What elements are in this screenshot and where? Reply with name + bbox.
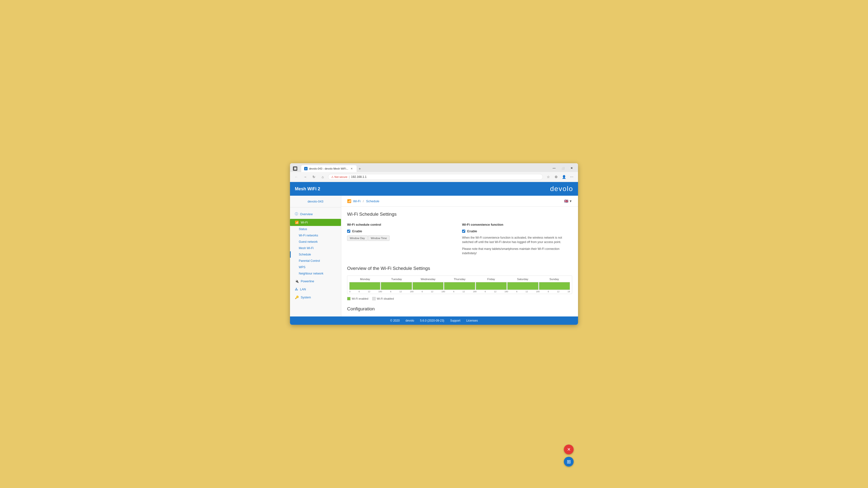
convenience-title: Wi-Fi convenience function — [462, 223, 572, 226]
chart-col-saturday — [507, 282, 538, 290]
tab-close-button[interactable]: ✕ — [350, 167, 354, 170]
security-badge: ⚠ Not secure — [331, 175, 347, 178]
sidebar-item-mesh-wifi[interactable]: Mesh Wi-Fi — [290, 245, 341, 251]
footer-company: devolo — [405, 319, 414, 322]
powerline-icon: 🔌 — [295, 280, 299, 283]
bookmarks-button[interactable]: ☆ — [545, 173, 552, 180]
enable-convenience-checkbox[interactable] — [462, 230, 465, 233]
ticks-tuesday: 061218 — [381, 290, 412, 293]
enable-schedule-row: Enable — [347, 229, 457, 233]
sidebar-item-status[interactable]: Status — [290, 226, 341, 232]
sidebar-item-schedule[interactable]: Schedule — [290, 251, 341, 258]
extensions-button[interactable]: ⚙ — [553, 173, 559, 180]
browser-window-controls: ⬜ — [293, 166, 297, 171]
window-time-button[interactable]: Window Time — [368, 235, 390, 241]
sidebar-item-lan[interactable]: 🖧 LAN — [290, 286, 341, 293]
breadcrumb-wifi[interactable]: Wi-Fi — [353, 199, 361, 203]
overview-icon: ⓘ — [295, 212, 298, 216]
app-footer: © 2020 devolo 5.6.0 (2020-09-23) Support… — [290, 317, 578, 325]
sidebar-item-powerline[interactable]: 🔌 Powerline — [290, 278, 341, 285]
footer-version: 5.6.0 (2020-09-23) — [420, 319, 444, 322]
enable-convenience-row: Enable — [462, 229, 572, 233]
chart-col-sunday — [539, 282, 570, 290]
device-name: devolo-043 — [290, 200, 341, 207]
chart-day-labels: Monday Tuesday Wednesday Thursday Friday… — [347, 278, 572, 282]
overview-title: Overview of the Wi-Fi Schedule Settings — [347, 266, 572, 271]
address-bar[interactable]: ⚠ Not secure | 192.168.1.1 — [328, 174, 543, 180]
new-tab-button[interactable]: + — [356, 166, 363, 172]
chart-day-friday: Friday — [475, 278, 507, 281]
flag-icon: 🇬🇧 — [564, 199, 568, 203]
schedule-control-title: Wi-Fi schedule control — [347, 223, 457, 226]
convenience-info-2: Please note that many tablets/smartphone… — [462, 247, 572, 256]
legend-disabled-box — [372, 297, 376, 300]
breadcrumb: 📶 Wi-Fi / Schedule 🇬🇧 ▼ — [341, 196, 578, 207]
schedule-control-panel: Wi-Fi schedule control Enable Window Day… — [347, 223, 457, 258]
tab-bar: d devolo-043 - devolo Mesh WiFi... ✕ + — [301, 165, 549, 172]
close-button[interactable]: ✕ — [568, 165, 575, 171]
home-button[interactable]: ⌂ — [319, 173, 326, 180]
sidebar-item-wifi[interactable]: 📶 Wi-Fi — [290, 219, 341, 226]
active-tab[interactable]: d devolo-043 - devolo Mesh WiFi... ✕ — [301, 165, 356, 172]
ticks-monday: 061218 — [349, 290, 381, 293]
back-button[interactable]: ← — [293, 173, 300, 180]
refresh-button[interactable]: ↻ — [310, 173, 317, 180]
chart-day-tuesday: Tuesday — [381, 278, 412, 281]
window-btn-group: Window Day Window Time — [347, 235, 457, 241]
breadcrumb-current: Schedule — [366, 199, 379, 203]
chart-col-monday — [349, 282, 380, 290]
app-container: Mesh WiFi 2 devolo devolo-043 ⓘ Overview… — [290, 182, 578, 325]
enable-schedule-checkbox[interactable] — [347, 230, 350, 233]
chart-day-saturday: Saturday — [507, 278, 538, 281]
ticks-thursday: 061218 — [444, 290, 475, 293]
ticks-saturday: 061218 — [507, 290, 538, 293]
language-selector[interactable]: 🇬🇧 ▼ — [564, 199, 572, 203]
nav-section-wifi: 📶 Wi-Fi Status Wi-Fi networks Guest netw… — [290, 219, 341, 277]
chart-legend: Wi-Fi enabled Wi-Fi disabled — [347, 297, 572, 300]
ticks-wednesday: 061218 — [412, 290, 444, 293]
minimize-button[interactable]: — — [551, 165, 558, 171]
enable-schedule-label: Enable — [352, 229, 362, 233]
maximize-button[interactable]: ⬜ — [559, 165, 566, 171]
wifi-breadcrumb-icon: 📶 — [347, 199, 351, 203]
more-button[interactable]: ⋯ — [568, 173, 575, 180]
tab-favicon: d — [304, 167, 308, 170]
sidebar-item-parental-control[interactable]: Parental Control — [290, 258, 341, 264]
footer-licenses-link[interactable]: Licenses — [466, 319, 478, 322]
tab-title: devolo-043 - devolo Mesh WiFi... — [309, 167, 348, 170]
window-controls: — ⬜ ✕ — [551, 165, 575, 172]
profile-button[interactable]: 👤 — [560, 173, 567, 180]
page-title: Wi-Fi Schedule Settings — [347, 212, 572, 217]
chart-col-wednesday — [412, 282, 443, 290]
sidebar-item-wifi-networks[interactable]: Wi-Fi networks — [290, 232, 341, 239]
sidebar-item-guest-network[interactable]: Guest network — [290, 239, 341, 245]
ticks-sunday: 061218 — [538, 290, 570, 293]
convenience-info-1: When the Wi-Fi convenience function is a… — [462, 235, 572, 244]
window-day-button[interactable]: Window Day — [347, 235, 368, 241]
chart-day-monday: Monday — [349, 278, 381, 281]
content-area: Wi-Fi Schedule Settings Wi-Fi schedule c… — [341, 207, 578, 317]
sidebar-item-wps[interactable]: WPS — [290, 264, 341, 270]
nav-section-overview: ⓘ Overview — [290, 210, 341, 218]
browser-app-icon: ⬜ — [293, 166, 297, 171]
legend-enabled-label: Wi-Fi enabled — [352, 297, 368, 300]
warning-icon: ⚠ — [331, 175, 334, 178]
browser-titlebar: ⬜ d devolo-043 - devolo Mesh WiFi... ✕ +… — [290, 163, 578, 172]
lan-icon: 🖧 — [295, 287, 298, 291]
legend-disabled-label: Wi-Fi disabled — [377, 297, 394, 300]
sidebar-item-system[interactable]: 🔑 System — [290, 294, 341, 301]
enable-convenience-label: Enable — [467, 229, 477, 233]
sidebar-item-neighbour-network[interactable]: Neighbour network — [290, 270, 341, 277]
sidebar-item-overview[interactable]: ⓘ Overview — [290, 210, 341, 218]
app-title: Mesh WiFi 2 — [295, 187, 320, 192]
footer-support-link[interactable]: Support — [450, 319, 460, 322]
chart-day-wednesday: Wednesday — [412, 278, 444, 281]
browser-toolbar: ← → ↻ ⌂ ⚠ Not secure | 192.168.1.1 ☆ ⚙ 👤… — [290, 172, 578, 182]
breadcrumb-separator: / — [363, 199, 364, 203]
forward-button[interactable]: → — [302, 173, 309, 180]
main-content: 📶 Wi-Fi / Schedule 🇬🇧 ▼ Wi-Fi Schedule S… — [341, 196, 578, 317]
url-text: 192.168.1.1 — [351, 175, 366, 178]
footer-copyright: © 2020 — [390, 319, 400, 322]
app-body: devolo-043 ⓘ Overview 📶 Wi-Fi Status — [290, 196, 578, 317]
toolbar-right: ☆ ⚙ 👤 ⋯ — [545, 173, 575, 180]
